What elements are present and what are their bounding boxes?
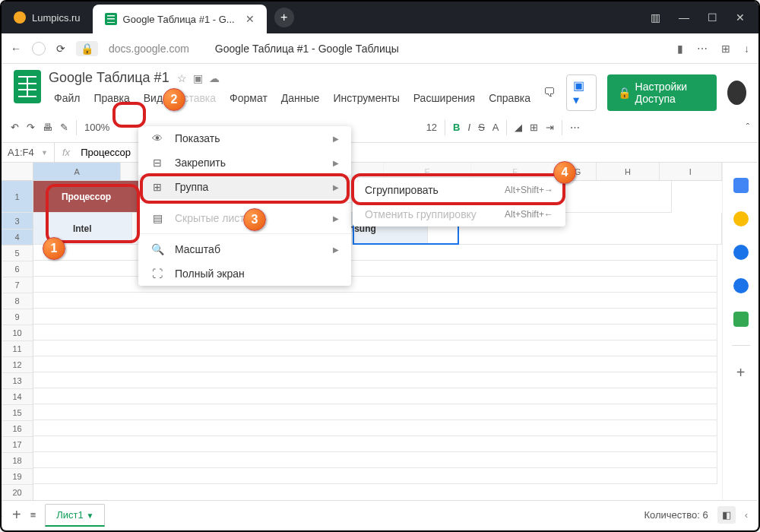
cell-header[interactable]: Процессор xyxy=(33,181,140,213)
col-header[interactable]: A xyxy=(33,163,121,180)
tasks-icon[interactable] xyxy=(733,245,749,260)
row-header[interactable]: 4 xyxy=(2,230,33,245)
all-sheets-icon[interactable]: ≡ xyxy=(30,509,36,521)
strike-button[interactable]: S xyxy=(478,122,485,133)
browser-tab-active[interactable]: Google Таблица #1 - G... ✕ xyxy=(93,5,267,33)
undo-icon[interactable]: ↶ xyxy=(11,122,19,133)
collections-icon[interactable]: ▥ xyxy=(651,11,660,24)
row-header[interactable]: 11 xyxy=(2,341,33,357)
menu-help[interactable]: Справка xyxy=(483,89,536,107)
maximize-icon[interactable]: ☐ xyxy=(708,11,717,24)
cell[interactable] xyxy=(33,356,717,372)
sheet-tab[interactable]: Лист1 ▼ xyxy=(45,504,105,527)
cell[interactable] xyxy=(33,468,717,484)
menu-item-group[interactable]: ⊞Группа▶ xyxy=(138,175,351,199)
chevron-left-icon[interactable]: ‹ xyxy=(745,509,748,521)
italic-button[interactable]: I xyxy=(468,122,471,133)
menu-file[interactable]: Файл xyxy=(49,89,85,107)
menu-edit[interactable]: Правка xyxy=(88,89,135,107)
minimize-icon[interactable]: — xyxy=(679,11,689,24)
maps-icon[interactable] xyxy=(733,312,749,327)
move-icon[interactable]: ▣ xyxy=(193,72,203,84)
menu-item-group-rows[interactable]: СгруппироватьAlt+Shift+→ xyxy=(353,178,565,202)
row-header[interactable]: 20 xyxy=(2,485,33,501)
row-header[interactable]: 8 xyxy=(2,293,33,309)
row-header[interactable]: 17 xyxy=(2,437,33,453)
row-header[interactable]: 16 xyxy=(2,421,33,437)
cell[interactable] xyxy=(33,325,717,340)
browser-tab-inactive[interactable]: Lumpics.ru xyxy=(2,2,93,33)
cell[interactable] xyxy=(33,340,717,356)
comments-icon[interactable]: 🗨 xyxy=(543,86,556,100)
row-header[interactable]: 13 xyxy=(2,373,33,389)
cell[interactable] xyxy=(33,436,717,452)
bookmark-icon[interactable]: ▮ xyxy=(677,43,683,55)
row-header[interactable]: 19 xyxy=(2,469,33,485)
name-box[interactable]: A1:F4▼ xyxy=(2,143,55,162)
more-icon[interactable]: ⋯ xyxy=(697,43,708,55)
borders-icon[interactable]: ⊞ xyxy=(530,122,538,133)
menu-item-zoom[interactable]: 🔍Масштаб▶ xyxy=(138,237,351,261)
menu-item-freeze[interactable]: ⊟Закрепить▶ xyxy=(138,150,351,175)
collapse-icon[interactable]: ˆ xyxy=(746,122,749,133)
add-sheet-icon[interactable]: + xyxy=(12,506,21,524)
keep-icon[interactable] xyxy=(733,211,749,226)
text-color-button[interactable]: A xyxy=(492,122,499,133)
row-header[interactable]: 7 xyxy=(2,277,33,293)
menu-item-fullscreen[interactable]: ⛶Полный экран xyxy=(138,261,351,286)
url-text[interactable]: docs.google.com xyxy=(109,43,189,55)
zoom-select[interactable]: 100% xyxy=(84,122,109,133)
new-tab-button[interactable]: + xyxy=(274,8,294,27)
col-header[interactable]: H xyxy=(597,163,659,180)
menu-extensions[interactable]: Расширения xyxy=(408,89,480,107)
cell[interactable] xyxy=(33,388,717,404)
calendar-icon[interactable] xyxy=(733,178,749,193)
sheets-logo-icon[interactable] xyxy=(14,70,41,103)
count-label[interactable]: Количество: 6 xyxy=(644,509,708,521)
menu-item-show[interactable]: 👁Показать▶ xyxy=(138,126,351,150)
print-icon[interactable]: 🖶 xyxy=(43,122,52,133)
row-header[interactable]: 5 xyxy=(2,245,33,261)
reload-icon[interactable]: ⟳ xyxy=(56,43,65,55)
row-header[interactable]: 12 xyxy=(2,357,33,373)
cell[interactable] xyxy=(33,404,717,420)
row-header[interactable]: 14 xyxy=(2,389,33,405)
row-header[interactable]: 1 xyxy=(2,181,33,213)
cell[interactable] xyxy=(33,245,717,261)
add-icon[interactable]: + xyxy=(736,364,746,382)
explore-icon[interactable]: ◧ xyxy=(717,506,736,524)
row-header[interactable]: 15 xyxy=(2,405,33,421)
cell[interactable] xyxy=(33,452,717,468)
cell[interactable] xyxy=(33,261,717,277)
cell[interactable] xyxy=(33,372,717,388)
close-window-icon[interactable]: ✕ xyxy=(736,11,745,24)
share-button[interactable]: 🔒 Настройки Доступа xyxy=(607,74,717,111)
extensions-icon[interactable]: ⊞ xyxy=(721,43,730,55)
fill-color-icon[interactable]: ◢ xyxy=(515,122,522,133)
document-title[interactable]: Google Таблица #1 xyxy=(49,70,169,86)
more-tools-icon[interactable]: ⋯ xyxy=(570,122,580,133)
redo-icon[interactable]: ↷ xyxy=(27,122,35,133)
cell[interactable] xyxy=(33,277,717,293)
present-icon[interactable]: ▣ ▾ xyxy=(566,74,596,111)
row-header[interactable]: 9 xyxy=(2,309,33,325)
font-size[interactable]: 12 xyxy=(426,122,437,133)
star-icon[interactable]: ☆ xyxy=(177,72,187,84)
row-header[interactable]: 10 xyxy=(2,325,33,341)
row-header[interactable]: 6 xyxy=(2,261,33,277)
avatar[interactable] xyxy=(727,81,746,105)
formula-input[interactable]: Процессор xyxy=(78,147,131,158)
cell[interactable] xyxy=(33,293,717,309)
close-tab-icon[interactable]: ✕ xyxy=(245,13,255,25)
col-header[interactable]: I xyxy=(660,163,722,180)
cell[interactable] xyxy=(33,309,717,325)
paint-icon[interactable]: ✎ xyxy=(60,122,68,133)
select-all-corner[interactable] xyxy=(2,163,33,181)
contacts-icon[interactable] xyxy=(733,278,749,293)
menu-format[interactable]: Формат xyxy=(224,89,273,107)
cell[interactable] xyxy=(33,420,717,436)
menu-data[interactable]: Данные xyxy=(276,89,325,107)
merge-icon[interactable]: ⇥ xyxy=(546,122,554,133)
row-header[interactable]: 18 xyxy=(2,453,33,469)
back-icon[interactable]: ← xyxy=(11,43,21,55)
